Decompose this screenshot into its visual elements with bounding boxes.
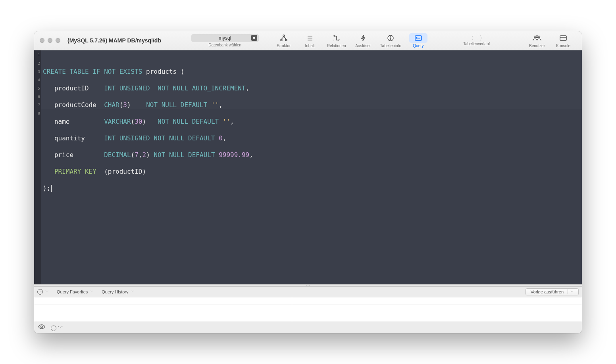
tab-inhalt[interactable]: Inhalt: [297, 33, 323, 48]
chevron-right-icon[interactable]: 〉: [479, 35, 485, 41]
svg-point-5: [534, 36, 536, 38]
chevron-down-icon: ﹀: [90, 289, 94, 294]
chevron-down-icon: ﹀: [131, 289, 135, 294]
svg-point-6: [536, 36, 538, 38]
content-icon: [301, 33, 319, 43]
zoom-icon[interactable]: [56, 38, 60, 43]
minimize-icon[interactable]: [48, 38, 52, 43]
toolbar: Struktur Inhalt Relationen Auslöser: [271, 33, 431, 48]
tab-ausloeser[interactable]: Auslöser: [350, 33, 376, 48]
tab-konsole[interactable]: Konsole: [550, 33, 576, 48]
svg-rect-4: [415, 36, 422, 40]
gear-icon: ⋯: [37, 289, 43, 295]
table-history-nav[interactable]: 〈 〉 Tabellenverlauf: [459, 35, 494, 46]
tab-query[interactable]: Query: [405, 33, 431, 48]
database-selector[interactable]: mysql Datenbank wählen: [191, 34, 259, 47]
tab-struktur[interactable]: Struktur: [271, 33, 297, 48]
trigger-icon: [354, 33, 372, 43]
query-history-menu[interactable]: Query History ﹀: [102, 289, 134, 294]
window-title: (MySQL 5.7.26) MAMP DB/mysql/db: [67, 37, 161, 44]
tab-benutzer[interactable]: Benutzer: [524, 33, 550, 48]
gear-icon: ⋯: [51, 326, 56, 331]
database-selector-value: mysql: [219, 35, 231, 41]
line-gutter: 1 2 3 4 5 6 7 8: [34, 50, 41, 284]
chevron-down-icon: ﹀: [45, 289, 49, 294]
console-icon: [554, 33, 572, 43]
svg-point-7: [538, 36, 540, 38]
sql-editor[interactable]: 1 2 3 4 5 6 7 8 CREATE TABLE IF NOT EXIS…: [34, 50, 582, 284]
relations-icon: [327, 33, 346, 43]
statusbar: ⋯ ﹀: [34, 322, 582, 333]
close-icon[interactable]: [40, 38, 44, 43]
eye-icon[interactable]: [38, 324, 45, 330]
chevron-down-icon[interactable]: ﹀: [568, 289, 574, 294]
run-previous-button[interactable]: Vorige ausführen ﹀: [526, 288, 579, 295]
info-icon: [381, 33, 400, 43]
traffic-lights: [40, 38, 60, 43]
svg-rect-8: [560, 36, 566, 40]
svg-point-1: [281, 39, 282, 41]
svg-point-9: [41, 326, 43, 328]
app-window: (MySQL 5.7.26) MAMP DB/mysql/db mysql Da…: [34, 31, 582, 333]
results-pane: [34, 297, 582, 322]
query-favorites-menu[interactable]: Query Favorites ﹀: [57, 289, 94, 294]
status-gear-menu[interactable]: ⋯ ﹀: [51, 324, 63, 331]
titlebar: (MySQL 5.7.26) MAMP DB/mysql/db mysql Da…: [34, 31, 582, 50]
tab-tabelleninfo[interactable]: Tabelleninfo: [376, 33, 405, 48]
gear-menu[interactable]: ⋯ ﹀: [37, 289, 49, 295]
users-icon: [528, 33, 546, 43]
svg-point-2: [285, 39, 287, 41]
structure-icon: [275, 33, 293, 43]
query-icon: [409, 33, 427, 43]
chevron-down-icon: ﹀: [58, 324, 63, 330]
code-area[interactable]: CREATE TABLE IF NOT EXISTS products ( pr…: [41, 50, 582, 284]
query-toolbar: ⋯ ﹀ Query Favorites ﹀ Query History ﹀ Vo…: [34, 287, 582, 297]
chevron-left-icon[interactable]: 〈: [468, 35, 474, 41]
tab-relationen[interactable]: Relationen: [323, 33, 350, 48]
svg-point-0: [283, 35, 285, 36]
updown-icon: [251, 35, 257, 41]
database-selector-label: Datenbank wählen: [208, 43, 241, 47]
